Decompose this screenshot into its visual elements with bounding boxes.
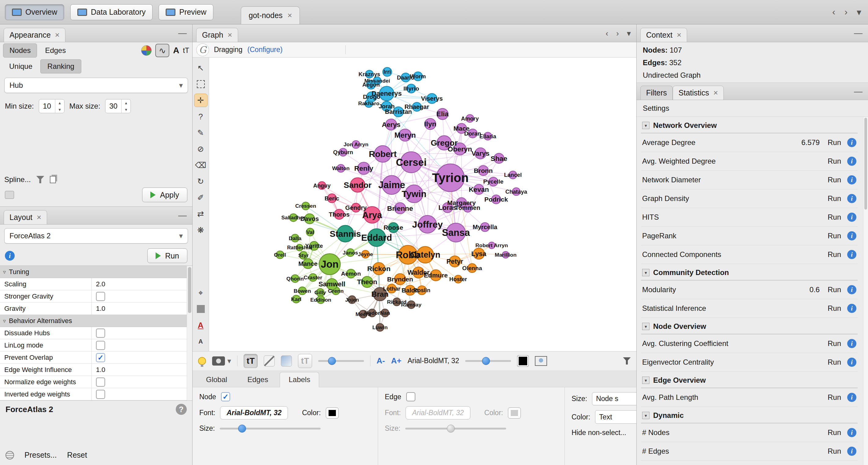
label-size-mode-dropdown[interactable]: Node s: [592, 392, 636, 405]
node-label-size-slider[interactable]: [220, 428, 320, 430]
run-button[interactable]: Run: [828, 339, 841, 348]
drag-tool[interactable]: ✛: [194, 94, 208, 107]
context-tab[interactable]: Context ×: [640, 28, 687, 42]
run-button[interactable]: Run: [828, 358, 841, 367]
layout-property-checkbox[interactable]: [96, 378, 105, 387]
label-color-tool[interactable]: A: [194, 318, 208, 332]
show-edge-labels-button[interactable]: tT: [298, 354, 312, 368]
spline-link[interactable]: Spline...: [4, 175, 31, 184]
run-button[interactable]: Run: [828, 393, 841, 402]
tab-preview[interactable]: Preview: [159, 4, 213, 20]
close-icon[interactable]: ×: [713, 88, 718, 97]
edge-scale-slider[interactable]: [318, 360, 364, 362]
decrease-font-button[interactable]: A-: [376, 356, 385, 366]
close-icon[interactable]: ×: [55, 30, 60, 40]
spin-down-icon[interactable]: ▾: [122, 106, 130, 113]
run-button[interactable]: Run: [828, 176, 841, 184]
rotate-tool[interactable]: ↻: [194, 175, 208, 188]
statistics-tab[interactable]: Statistics ×: [673, 86, 724, 100]
slider-knob[interactable]: [328, 357, 336, 365]
minimize-icon[interactable]: —: [178, 28, 187, 38]
sizer-tool[interactable]: ⊘: [194, 142, 208, 156]
collapse-icon[interactable]: ▾: [642, 122, 649, 129]
node-labels-checkbox[interactable]: ✓: [221, 392, 230, 401]
direct-selection-tool[interactable]: ↖: [194, 61, 208, 75]
info-icon[interactable]: i: [847, 447, 857, 456]
palette-settings-icon[interactable]: [5, 191, 14, 199]
presets-button[interactable]: Presets...: [25, 451, 57, 460]
scrollbar-thumb[interactable]: [864, 118, 867, 209]
screenshot-button[interactable]: ▾: [212, 356, 231, 366]
label-size-tool[interactable]: A: [194, 335, 208, 348]
collapse-icon[interactable]: ▾: [642, 323, 649, 330]
info-icon[interactable]: i: [847, 157, 857, 166]
info-icon[interactable]: i: [847, 339, 857, 348]
statistics-section-header[interactable]: ▾Community Detection: [641, 264, 858, 281]
edge-labels-checkbox[interactable]: [406, 392, 415, 401]
statistics-scrollbar[interactable]: [863, 117, 868, 465]
nav-down-icon[interactable]: ▾: [857, 7, 861, 18]
capture-settings-icon[interactable]: [535, 356, 547, 366]
max-size-arrows[interactable]: ▴ ▾: [121, 99, 130, 113]
info-icon[interactable]: i: [847, 138, 857, 147]
layout-property-checkbox[interactable]: [96, 328, 105, 338]
tab-nodes[interactable]: Nodes: [3, 43, 37, 58]
close-icon[interactable]: ×: [227, 30, 232, 40]
collapse-icon[interactable]: ▾: [642, 269, 649, 276]
network-graph[interactable]: RattleshirtMissandeiRakharoJon ArrynWalt…: [209, 58, 636, 351]
tab-edges[interactable]: Edges: [239, 372, 277, 387]
filters-tab[interactable]: Filters: [640, 86, 673, 100]
minimize-icon[interactable]: —: [178, 210, 187, 220]
edge-font-button[interactable]: Arial-BoldMT, 32: [406, 406, 470, 419]
statistics-section-header[interactable]: ▾Node Overview: [641, 318, 858, 335]
tab-edges[interactable]: Edges: [39, 44, 72, 57]
nav-right-icon[interactable]: ›: [616, 29, 619, 38]
statistics-section-header[interactable]: ▾Edge Overview: [641, 372, 858, 388]
info-icon[interactable]: i: [847, 250, 857, 259]
copy-settings-icon[interactable]: [50, 176, 56, 183]
layout-property-checkbox[interactable]: ✓: [96, 353, 105, 362]
info-icon[interactable]: i: [847, 285, 857, 294]
close-icon[interactable]: ×: [37, 213, 41, 222]
run-layout-button[interactable]: Run: [147, 249, 187, 263]
nav-left-icon[interactable]: ‹: [606, 29, 609, 38]
run-button[interactable]: Run: [828, 232, 841, 240]
info-icon[interactable]: i: [847, 358, 857, 367]
center-graph-tool[interactable]: ⌖: [194, 286, 208, 299]
edge-color-icon[interactable]: [281, 355, 292, 367]
close-icon[interactable]: ×: [288, 11, 292, 20]
close-icon[interactable]: ×: [677, 30, 681, 40]
info-icon[interactable]: i: [847, 231, 857, 240]
node-info-tool[interactable]: ?: [194, 110, 208, 123]
slider-knob[interactable]: [238, 425, 246, 433]
help-icon[interactable]: ?: [176, 404, 187, 415]
configure-link[interactable]: (Configure): [247, 46, 282, 54]
slider-knob[interactable]: [482, 357, 490, 365]
spin-down-icon[interactable]: ▾: [55, 106, 64, 113]
label-size-icon[interactable]: tT: [183, 47, 189, 55]
size-ranking-icon[interactable]: ∿: [155, 44, 169, 57]
nav-left-icon[interactable]: ‹: [832, 7, 835, 18]
label-color-icon[interactable]: A: [173, 46, 179, 55]
shortest-path-tool[interactable]: ⇄: [194, 207, 208, 221]
spin-up-icon[interactable]: ▴: [55, 99, 64, 106]
run-button[interactable]: Run: [828, 285, 841, 294]
label-color-swatch[interactable]: [517, 355, 529, 367]
layout-scrollbar[interactable]: [187, 266, 192, 401]
tab-global[interactable]: Global: [197, 372, 236, 387]
run-button[interactable]: Run: [828, 138, 841, 147]
info-icon[interactable]: i: [847, 304, 857, 313]
doc-tab-got-nodes[interactable]: got-nodes ×: [241, 6, 300, 24]
increase-font-button[interactable]: A+: [391, 356, 401, 366]
run-button[interactable]: Run: [828, 194, 841, 203]
run-button[interactable]: Run: [828, 213, 841, 222]
graph-tab[interactable]: Graph ×: [196, 28, 238, 42]
eraser-tool[interactable]: ⌫: [194, 158, 208, 172]
run-button[interactable]: Run: [828, 428, 841, 437]
label-color-mode-dropdown[interactable]: Text ▾: [595, 410, 636, 424]
edge-label-size-slider[interactable]: [405, 428, 506, 430]
min-size-stepper[interactable]: 10 ▴ ▾: [39, 99, 64, 113]
edge-pencil-tool[interactable]: ✎: [194, 126, 208, 140]
background-color-icon[interactable]: [198, 357, 206, 365]
hide-nonselected-label[interactable]: Hide non-select...: [571, 429, 626, 437]
